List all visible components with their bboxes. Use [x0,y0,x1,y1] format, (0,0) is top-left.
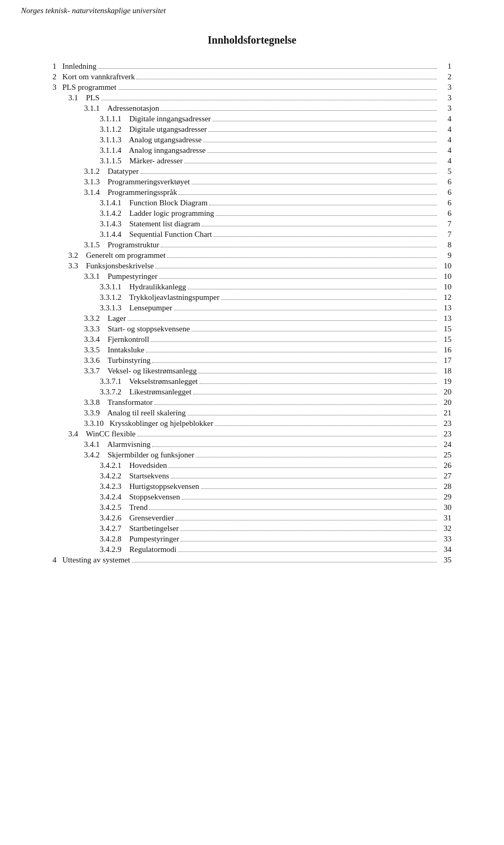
toc-dots [136,79,437,79]
toc-entry: 3.3.7.1 Vekselstrømsanlegget19 [52,376,452,387]
toc-entry: 3.4.2.1 Hovedsiden26 [52,460,452,471]
toc-dots [174,310,437,310]
toc-label: 3.3.1 Pumpestyringer [84,272,158,281]
toc-page: 10 [438,262,452,270]
toc-page: 23 [438,419,452,428]
toc-entry: 3.1.1.3 Analog utgangsadresse4 [52,134,452,145]
toc-label: 3.3.4 Fjernkontroll [84,335,149,344]
toc-page: 29 [438,493,452,502]
toc-dots [159,278,437,279]
toc-dots [181,541,437,541]
toc-entry: 3.4.2.3 Hurtigstoppsekvensen28 [52,481,452,492]
toc-label: 3.1 PLS [68,93,100,102]
toc-page: 27 [438,472,452,481]
toc-page: 4 [438,146,452,155]
toc-label: 3.1.2 Datatyper [84,167,139,176]
toc-label: 3.3.3 Start- og stoppsekvensene [84,325,190,333]
toc-entry: 3.3.3 Start- og stoppsekvensene15 [52,324,452,334]
toc-dots [208,131,437,132]
toc-page: 4 [438,135,452,144]
toc-label: 3.3 Funksjonsbeskrivelse [68,262,154,270]
toc-page: 3 [438,104,452,113]
toc-label: 3.1.4.1 Function Block Diagram [100,199,207,207]
toc-entry: 1 Innledning1 [52,61,452,71]
toc-page: 13 [438,304,452,312]
toc-dots [151,341,437,342]
toc-page: 8 [438,241,452,249]
toc-entry: 3.1.5 Programstruktur8 [52,239,452,250]
toc-page: 1 [438,62,452,71]
toc-page: 4 [438,114,452,123]
toc-entry: 3.3.5 Inntaksluke16 [52,345,452,355]
toc-page: 4 [438,157,452,165]
toc-page: 6 [438,199,452,207]
toc-label: 3.3.2 Lager [84,314,126,323]
toc-dots [155,268,437,268]
toc-entry: 3.3.7.2 Likestrømsanlegget20 [52,387,452,397]
toc-entry: 3.4 WinCC flexible23 [52,429,452,439]
toc-entry: 3.3 Funksjonsbeskrivelse10 [52,260,452,271]
toc-entry: 3.3.10 Krysskoblinger og hjelpeblokker23 [52,418,452,429]
toc-label: 3.4.2.8 Pumpestyringer [100,535,179,544]
toc-dots [187,415,437,415]
toc-label: 3.1.1.2 Digitale utgangsadresser [100,125,207,134]
toc-page: 19 [438,377,452,386]
toc-label: 3.4.2.2 Startsekvens [100,472,169,481]
toc-dots [192,184,437,184]
toc-container: 1 Innledning12 Kort om vannkraftverk23 P… [52,61,452,565]
toc-label: 3.1.5 Programstruktur [84,241,159,249]
toc-title: Innholdsfortegnelse [52,34,452,46]
toc-page: 6 [438,178,452,186]
toc-page: 12 [438,293,452,302]
toc-dots [169,467,437,468]
toc-dots [149,509,437,510]
toc-label: 3 PLS programmet [52,83,117,92]
toc-page: 6 [438,188,452,197]
toc-label: 3.4.2.7 Startbetingelser [100,524,178,533]
toc-page: 33 [438,535,452,544]
toc-entry: 3.1.3 Programmeringsverktøyet6 [52,176,452,187]
toc-entry: 3.4.1 Alarmvisning24 [52,439,452,450]
toc-page: 21 [438,409,452,418]
toc-label: 4 Uttesting av systemet [52,556,130,565]
toc-dots [98,68,437,69]
toc-label: 3.4.2.5 Trend [100,503,148,512]
toc-dots [167,257,437,258]
toc-label: 3.1.1.5 Märker- adresser [100,157,183,165]
toc-entry: 3.4.2.2 Startsekvens27 [52,471,452,481]
toc-page: 15 [438,325,452,333]
toc-label: 3.4.1 Alarmvisning [84,440,151,449]
toc-dots [207,152,437,153]
toc-label: 2 Kort om vannkraftverk [52,72,135,81]
toc-entry: 3 PLS programmet3 [52,82,452,92]
toc-page: 7 [438,230,452,239]
toc-label: 3.1.1.1 Digitale inngangsadresser [100,114,211,123]
toc-label: 3.4.2 Skjermbilder og funksjoner [84,451,194,460]
toc-entry: 3.1.1.1 Digitale inngangsadresser4 [52,113,452,124]
toc-entry: 3.1 PLS3 [52,92,452,103]
toc-label: 3.3.1.3 Lensepumper [100,304,172,312]
toc-dots [193,394,437,394]
toc-entry: 3.4.2.9 Regulatormodi34 [52,544,452,555]
toc-label: 3.4 WinCC flexible [68,430,135,439]
toc-dots [146,352,437,352]
toc-page: 15 [438,335,452,344]
toc-label: 3.3.5 Inntaksluke [84,346,144,354]
toc-label: 3.3.6 Turbinstyring [84,356,151,365]
toc-entry: 3.3.1.1 Hydraulikkanlegg10 [52,281,452,292]
page-content: Innholdsfortegnelse 1 Innledning12 Kort … [0,18,504,597]
toc-entry: 2 Kort om vannkraftverk2 [52,71,452,82]
toc-dots [182,499,437,499]
page-header: Norges teknisk- naturvitenskaplige unive… [0,0,504,18]
toc-entry: 3.3.7 Veksel- og likestrømsanlegg18 [52,366,452,376]
toc-entry: 3.1.4.2 Ladder logic programming6 [52,208,452,218]
toc-label: 3.3.9 Analog til reell skalering [84,409,186,418]
toc-entry: 3.4.2.7 Startbetingelser32 [52,523,452,534]
toc-entry: 3.3.1.2 Trykkoljeavlastningspumper12 [52,292,452,302]
toc-dots [188,289,437,289]
toc-page: 4 [438,125,452,134]
toc-label: 3.1.1.3 Analog utgangsadresse [100,135,202,144]
toc-page: 31 [438,514,452,523]
toc-page: 10 [438,272,452,281]
toc-dots [178,551,437,552]
